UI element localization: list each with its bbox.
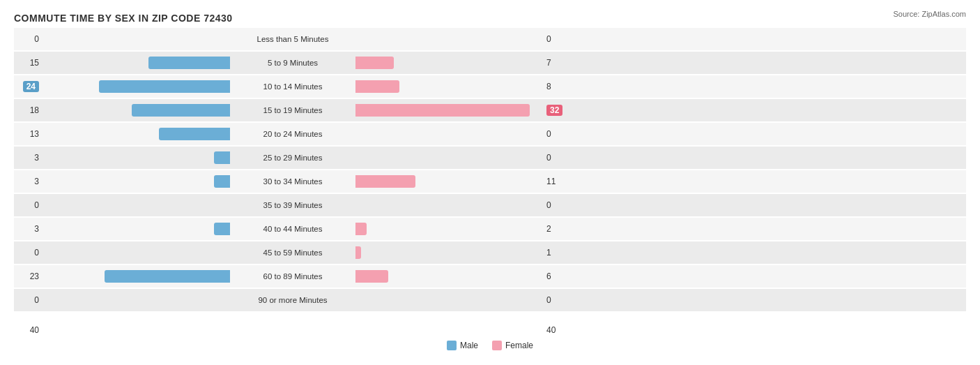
- row-label: 15 to 19 Minutes: [230, 106, 355, 114]
- row-label: 35 to 39 Minutes: [230, 201, 355, 209]
- male-bar-wrap: [42, 175, 230, 188]
- right-value: 0: [544, 200, 572, 210]
- female-bar-wrap: [355, 270, 544, 283]
- right-value: 11: [544, 177, 572, 186]
- left-value: 0: [14, 34, 42, 44]
- male-bar-wrap: [42, 294, 230, 306]
- axis-right-val: 40: [544, 325, 572, 335]
- female-val: 11: [546, 177, 556, 186]
- female-val: 1: [546, 248, 551, 258]
- female-bar-wrap: [355, 104, 544, 117]
- female-bar: [355, 246, 361, 259]
- female-bar: [355, 57, 394, 69]
- male-val: 0: [34, 200, 39, 210]
- left-value: 15: [14, 58, 42, 68]
- chart-area: 0 Less than 5 Minutes 0 15 5 to 9 Minute…: [14, 28, 966, 321]
- female-bar-wrap: [355, 128, 544, 140]
- male-bar: [159, 128, 230, 140]
- legend-male: Male: [447, 341, 478, 350]
- male-val: 3: [34, 177, 39, 186]
- row-label: 90 or more Minutes: [230, 296, 355, 304]
- female-bar-wrap: [355, 294, 544, 306]
- source-label: Source: ZipAtlas.com: [893, 10, 966, 18]
- female-bar-wrap: [355, 223, 544, 235]
- male-val: 15: [30, 58, 39, 68]
- male-bar-wrap: [42, 80, 230, 93]
- male-bar: [148, 57, 230, 69]
- chart-row: 24 10 to 14 Minutes 8: [14, 75, 966, 98]
- male-bar: [132, 104, 230, 117]
- right-value: 0: [544, 129, 572, 139]
- row-label: 45 to 59 Minutes: [230, 248, 355, 257]
- right-value: 0: [544, 295, 572, 305]
- female-bar-wrap: [355, 80, 544, 93]
- male-val: 18: [30, 105, 39, 115]
- male-val: 0: [34, 248, 39, 258]
- male-bar: [214, 223, 230, 235]
- male-val: 0: [34, 34, 39, 44]
- left-value: 13: [14, 129, 42, 139]
- chart-row: 0 35 to 39 Minutes 0: [14, 194, 966, 216]
- chart-row: 0 90 or more Minutes 0: [14, 289, 966, 311]
- legend-female: Female: [492, 341, 533, 350]
- left-value: 18: [14, 105, 42, 115]
- left-value: 24: [14, 82, 42, 91]
- female-val: 0: [546, 295, 551, 305]
- female-bar: [355, 223, 367, 235]
- left-value: 3: [14, 153, 42, 163]
- legend: Male Female: [14, 341, 966, 350]
- female-bar-wrap: [355, 199, 544, 211]
- male-bar-wrap: [42, 104, 230, 117]
- male-bar: [99, 80, 230, 93]
- chart-row: 15 5 to 9 Minutes 7: [14, 52, 966, 74]
- row-label: 5 to 9 Minutes: [230, 59, 355, 67]
- left-value: 0: [14, 295, 42, 305]
- left-value: 3: [14, 177, 42, 186]
- female-bar-wrap: [355, 175, 544, 188]
- right-value: 7: [544, 58, 572, 68]
- chart-title: COMMUTE TIME BY SEX IN ZIP CODE 72430: [14, 13, 966, 24]
- male-val: 0: [34, 295, 39, 305]
- male-val: 23: [30, 271, 39, 281]
- female-accent-val: 32: [546, 105, 562, 116]
- row-label: 25 to 29 Minutes: [230, 154, 355, 162]
- chart-row: 3 30 to 34 Minutes 11: [14, 170, 966, 193]
- chart-row: 3 40 to 44 Minutes 2: [14, 218, 966, 240]
- female-bar: [355, 80, 399, 93]
- row-label: 30 to 34 Minutes: [230, 177, 355, 186]
- row-label: 60 to 89 Minutes: [230, 272, 355, 281]
- male-bar: [214, 151, 230, 164]
- axis-row: 40 40: [14, 325, 966, 335]
- chart-row: 18 15 to 19 Minutes 32: [14, 99, 966, 121]
- legend-female-label: Female: [505, 341, 533, 350]
- female-bar-wrap: [355, 151, 544, 164]
- male-bar-wrap: [42, 199, 230, 211]
- female-val: 7: [546, 58, 551, 68]
- male-bar-wrap: [42, 270, 230, 283]
- row-label: 10 to 14 Minutes: [230, 82, 355, 91]
- female-val: 0: [546, 153, 551, 163]
- right-value: 0: [544, 153, 572, 163]
- female-bar: [355, 175, 415, 188]
- male-bar: [214, 175, 230, 188]
- right-value: 1: [544, 248, 572, 258]
- female-val: 0: [546, 129, 551, 139]
- legend-female-box: [492, 341, 502, 350]
- row-label: 20 to 24 Minutes: [230, 130, 355, 138]
- male-val: 13: [30, 129, 39, 139]
- female-bar-wrap: [355, 246, 544, 259]
- female-bar: [355, 104, 530, 117]
- chart-row: 3 25 to 29 Minutes 0: [14, 147, 966, 169]
- chart-row: 23 60 to 89 Minutes 6: [14, 265, 966, 288]
- female-bar-wrap: [355, 33, 544, 45]
- chart-row: 0 Less than 5 Minutes 0: [14, 28, 966, 50]
- right-value: 0: [544, 34, 572, 44]
- row-label: Less than 5 Minutes: [230, 35, 355, 43]
- male-bar-wrap: [42, 151, 230, 164]
- male-bar-wrap: [42, 33, 230, 45]
- legend-male-label: Male: [460, 341, 478, 350]
- female-val: 6: [546, 271, 551, 281]
- female-bar: [355, 270, 388, 283]
- female-val: 2: [546, 224, 551, 234]
- female-bar-wrap: [355, 57, 544, 69]
